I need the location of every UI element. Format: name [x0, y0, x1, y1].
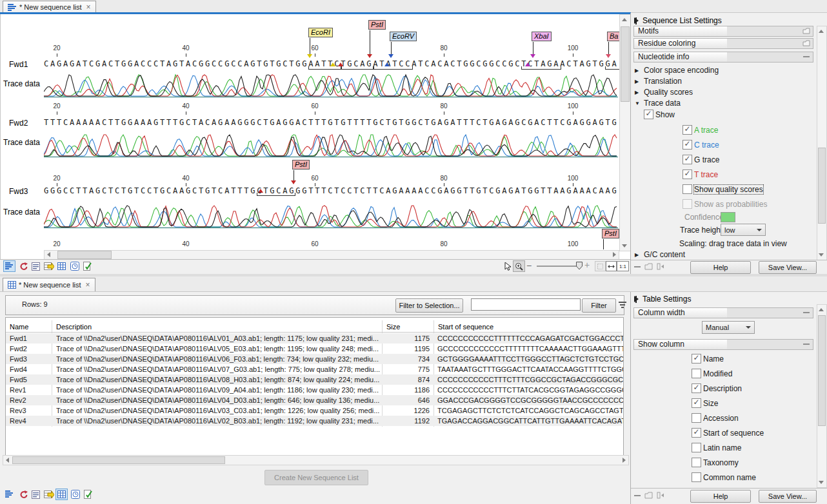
save-view-button[interactable]: Save View... — [759, 490, 817, 503]
checkbox-show-as-probabilities[interactable] — [683, 199, 692, 209]
view-report-button[interactable] — [81, 260, 94, 272]
open-section-icon[interactable] — [802, 28, 810, 34]
open-section-icon[interactable] — [802, 40, 810, 46]
tree-gc-content[interactable]: ▶ G/C content — [635, 250, 685, 259]
residue-coloring-section-header[interactable]: Residue coloring — [633, 38, 814, 49]
sequence-letters[interactable]: GGGCCTTAGCTCTGTCCTGCAAGCTGTCATTTGCTGCAGG… — [44, 186, 619, 195]
checkbox-column-modified[interactable] — [692, 369, 701, 378]
checkbox-a-trace[interactable]: ✓ — [683, 125, 692, 135]
chevron-right-icon[interactable]: ▶ — [635, 68, 640, 73]
column-header-start[interactable]: Start of sequence — [438, 323, 493, 331]
chevron-right-icon[interactable]: ▶ — [635, 252, 640, 258]
scrollbar-thumb[interactable] — [57, 251, 112, 259]
checkbox-column-latin-name[interactable] — [692, 443, 701, 452]
table-row[interactable]: Rev2Trace of \\Dna2\user\DNASEQ\DATA\AP0… — [6, 395, 622, 405]
close-icon[interactable]: × — [86, 3, 91, 12]
sidebar-scrollbar[interactable] — [817, 26, 827, 260]
zoom-100-button[interactable]: 1:1 — [617, 261, 629, 271]
fit-width-button[interactable] — [606, 261, 617, 271]
checkbox-column-size[interactable]: ✓ — [692, 398, 701, 408]
tree-trace-data[interactable]: ▼ Trace data — [635, 99, 681, 108]
trace-chromatogram[interactable] — [44, 72, 618, 98]
trace-height-dropdown[interactable]: low — [721, 224, 766, 236]
checkbox-column-name[interactable]: ✓ — [692, 354, 701, 363]
chevron-right-icon[interactable]: ▶ — [635, 79, 640, 84]
view-circular-button[interactable] — [17, 489, 29, 500]
help-button[interactable]: Help — [690, 261, 751, 274]
collapse-sidebar-icon[interactable] — [634, 495, 641, 496]
view-table-button[interactable] — [55, 260, 68, 272]
confidence-color-swatch[interactable] — [721, 212, 735, 222]
table-settings-header[interactable]: Table Settings — [635, 295, 691, 304]
folder-icon[interactable] — [644, 263, 653, 270]
scrollbar-thumb[interactable] — [818, 315, 826, 426]
column-width-dropdown[interactable]: Manual — [702, 321, 755, 334]
horizontal-scrollbar[interactable] — [44, 250, 619, 260]
zoom-out-button[interactable]: − — [526, 260, 532, 271]
save-view-button[interactable]: Save View... — [759, 261, 817, 274]
column-header-description[interactable]: Description — [56, 323, 92, 331]
trace-chromatogram[interactable] — [44, 132, 618, 158]
view-table-button[interactable] — [55, 489, 68, 500]
view-text-button[interactable] — [30, 489, 42, 500]
help-button[interactable]: Help — [690, 490, 751, 503]
zoom-slider-track[interactable] — [537, 266, 578, 267]
scrollbar-thumb[interactable] — [621, 26, 630, 102]
checkbox-column-taxonomy[interactable] — [692, 458, 701, 467]
collapse-section-icon[interactable] — [803, 312, 810, 313]
close-icon[interactable]: × — [86, 280, 90, 289]
column-header-size[interactable]: Size — [386, 323, 400, 331]
table-row[interactable]: Rev3Trace of \\Dna2\user\DNASEQ\DATA\AP0… — [6, 405, 622, 416]
checkbox-column-common-name[interactable] — [692, 472, 701, 482]
zoom-slider-thumb[interactable] — [576, 262, 583, 270]
restriction-site-bamhi[interactable]: Ba — [607, 32, 620, 41]
filter-options-icon[interactable] — [617, 300, 628, 309]
scrollbar-thumb[interactable] — [12, 456, 225, 464]
motifs-section-header[interactable]: Motifs — [633, 26, 814, 37]
view-circular-button[interactable] — [17, 260, 29, 272]
tree-translation[interactable]: ▶ Translation — [635, 77, 682, 86]
restriction-site-xbai[interactable]: XbaI — [532, 32, 552, 41]
create-new-sequence-list-button[interactable]: Create New Sequence List — [264, 470, 368, 485]
view-text-button[interactable] — [30, 260, 42, 272]
restriction-site-psti[interactable]: PstI — [368, 20, 386, 30]
sequence-settings-header[interactable]: Sequence List Settings — [635, 16, 722, 25]
filter-button[interactable]: Filter — [582, 298, 616, 313]
table-row[interactable]: Fwd3Trace of \\Dna2\user\DNASEQ\DATA\AP0… — [6, 354, 622, 364]
view-element-info-button[interactable] — [43, 260, 55, 272]
view-sequence-list-button[interactable] — [3, 260, 15, 272]
chevron-right-icon[interactable]: ▶ — [635, 90, 640, 95]
table-horizontal-scrollbar[interactable] — [3, 455, 629, 465]
zoom-tool-button[interactable] — [513, 260, 525, 272]
collapse-section-icon[interactable] — [803, 344, 810, 345]
checkbox-show-trace[interactable]: ✓ — [644, 110, 653, 119]
table-row[interactable]: Fwd5Trace of \\Dna2\user\DNASEQ\DATA\AP0… — [6, 374, 622, 385]
collapse-sidebar-icon[interactable] — [634, 266, 641, 267]
tree-quality-scores[interactable]: ▶ Quality scores — [635, 88, 693, 97]
view-history-button[interactable] — [69, 489, 81, 500]
sidebar-scrollbar[interactable] — [817, 304, 827, 488]
restriction-site-psti[interactable]: PstI — [602, 229, 619, 238]
folder-icon[interactable] — [644, 492, 653, 499]
column-width-section-header[interactable]: Column width — [633, 307, 814, 318]
dock-view-icon[interactable] — [657, 492, 665, 499]
view-sequence-list-button[interactable] — [3, 489, 15, 500]
filter-to-selection-button[interactable]: Filter to Selection... — [395, 298, 463, 313]
zoom-in-button[interactable]: + — [584, 260, 590, 270]
nucleotide-info-section-header[interactable]: Nucleotide info — [633, 52, 814, 63]
checkbox-column-accession[interactable] — [692, 413, 701, 423]
tab-new-sequence-list-editor[interactable]: * New sequence list × — [3, 1, 96, 13]
checkbox-c-trace[interactable]: ✓ — [683, 140, 692, 150]
show-column-section-header[interactable]: Show column — [633, 339, 814, 350]
table-row[interactable]: Fwd2Trace of \\Dna2\user\DNASEQ\DATA\AP0… — [6, 344, 622, 354]
collapse-section-icon[interactable] — [803, 56, 810, 57]
checkbox-column-start[interactable]: ✓ — [692, 428, 701, 438]
column-header-name[interactable]: Name — [10, 323, 28, 331]
table-row[interactable]: Rev4Trace of \\Dna2\user\DNASEQ\DATA\AP0… — [6, 416, 622, 426]
trace-chromatogram[interactable] — [44, 203, 618, 229]
checkbox-g-trace[interactable]: ✓ — [683, 155, 692, 164]
restriction-site-psti[interactable]: PstI — [292, 160, 310, 170]
vertical-scrollbar[interactable] — [619, 14, 631, 251]
chevron-down-icon[interactable]: ▼ — [635, 101, 640, 106]
tab-new-sequence-list-table[interactable]: * New sequence list × — [3, 278, 95, 291]
